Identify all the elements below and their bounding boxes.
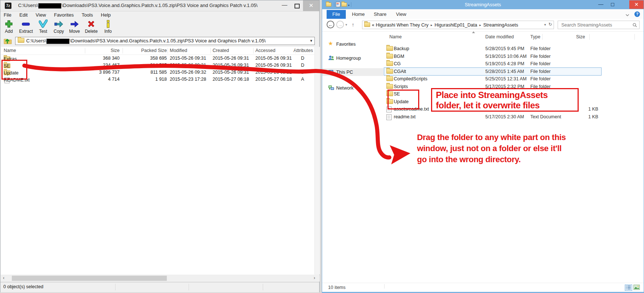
cell-type: File folder [530,69,551,74]
info-button[interactable]: Info [101,20,115,34]
test-button[interactable]: Test [36,20,50,34]
menu-edit[interactable]: Edit [16,11,31,18]
help-icon[interactable]: ? [634,11,640,17]
search-icon[interactable] [633,23,637,27]
scroll-right-icon[interactable]: › [314,275,315,280]
cell-type: Text Document [530,114,561,119]
breadcrumb-item[interactable]: StreamingAssets [483,22,518,28]
header-size[interactable]: Size [576,34,585,39]
table-row[interactable]: BGM 5/19/2015 10:06 AM File folder [384,53,641,60]
table-row[interactable]: CG 5/19/2015 4:28 PM File folder [384,60,641,68]
scrollbar-thumb[interactable] [12,276,167,281]
refresh-icon[interactable]: ↻ [548,22,552,27]
tab-share[interactable]: Share [370,10,390,19]
address-bar[interactable]: C:\Users\\Downloads\PS3.Voice.and.Graphi… [15,37,315,45]
copy-button[interactable]: Copy [52,20,66,34]
forward-button[interactable]: → [336,21,344,28]
folder-icon [364,22,370,27]
header-attributes[interactable]: Attributes [281,48,313,53]
up-folder-button[interactable] [3,37,13,45]
cell-name: Scripts [394,84,408,89]
breadcrumb[interactable]: « Higurashi When They Cry▸HigurashiEp01_… [362,21,554,29]
cell-date: 5/17/2015 2:30 AM [485,114,524,119]
table-row[interactable]: SE 234 467 214 565 2015-05-26 09:31 2015… [1,62,314,69]
menu-file[interactable]: File [0,11,15,18]
menu-tools[interactable]: Tools [78,11,96,18]
header-name[interactable]: Name [389,34,402,39]
cell-modified: 2015-05-26 09:31 [170,63,206,68]
table-row[interactable]: Scripts 5/17/2015 2:32 PM File folder [384,83,641,91]
table-row[interactable]: README.txt 4 714 1 918 2015-05-23 17:28 … [1,76,314,83]
sevenzip-titlebar[interactable]: 7z C:\Users\\Downloads\PS3.Voice.and.Gra… [0,0,319,11]
cell-name: assetsreadme.txt [394,107,429,112]
cell-attributes: D [292,70,313,75]
table-row-selected[interactable]: CGAlt 5/28/2015 1:45 AM File folder [384,68,601,76]
vertical-scrollbar[interactable] [314,47,320,275]
close-button[interactable]: ✕ [629,0,644,9]
close-button[interactable]: ✕ [303,0,319,11]
minimize-button[interactable]: — [279,0,290,11]
sidebar-item-network[interactable]: Network [322,84,383,92]
chevron-down-icon[interactable]: ▾ [310,38,312,43]
breadcrumb-separator-icon: ▸ [431,23,433,27]
table-row[interactable]: CompiledScripts 5/25/2015 12:31 AM File … [384,75,641,83]
tab-home[interactable]: Home [349,10,368,19]
table-row[interactable]: SE [384,90,641,98]
cell-date: 5/25/2015 12:31 AM [485,76,527,81]
sidebar-item-homegroup[interactable]: Homegroup [322,54,383,62]
back-button[interactable]: ← [327,21,334,28]
horizontal-scrollbar[interactable]: ‹ › [1,275,320,282]
details-view-button[interactable] [625,285,632,291]
address-dropdown-icon[interactable]: ▾ [544,23,546,27]
table-row[interactable]: Update [384,98,641,106]
header-date-modified[interactable]: Date modified [485,34,514,39]
delete-button[interactable]: Delete [83,20,99,34]
table-row[interactable]: Extras 368 340 358 695 2015-05-26 09:31 … [1,55,314,62]
tab-view[interactable]: View [392,10,410,19]
search-box[interactable] [558,21,640,29]
header-created[interactable]: Created [213,48,229,53]
folder-icon [386,61,393,66]
table-row[interactable]: assetsreadme.txt Text Document 1 KB [384,105,641,113]
breadcrumb-item[interactable]: Higurashi When They Cry [376,22,428,28]
tab-file[interactable]: File [327,10,346,19]
header-accessed[interactable]: Accessed [255,48,275,53]
up-button[interactable]: ↑ [352,22,354,28]
header-packed-size[interactable]: Packed Size [126,48,167,53]
minimize-button[interactable]: — [595,0,606,9]
table-row[interactable]: Update 3 896 737 811 585 2015-05-26 09:3… [1,69,314,76]
move-button[interactable]: Move [68,20,82,34]
table-row[interactable]: Backup 5/28/2015 9:45 PM File folder [384,45,641,53]
cell-modified: 2015-05-26 09:32 [170,70,206,75]
sidebar-item-this-pc[interactable]: This PC [322,68,383,76]
folder-icon [386,84,393,89]
search-input[interactable] [561,22,632,28]
scroll-left-icon[interactable]: ‹ [3,275,4,280]
menu-help[interactable]: Help [97,11,114,18]
thumbnail-view-button[interactable] [633,285,641,291]
cell-size: 368 340 [86,56,120,61]
info-icon [104,20,113,28]
breadcrumb-item[interactable]: HigurashiEp01_Data [435,22,477,28]
folder-icon [386,91,393,96]
cell-size: 234 467 [86,63,120,68]
header-modified[interactable]: Modified [170,48,187,53]
menu-favorites[interactable]: Favorites [51,11,77,18]
header-name[interactable]: Name [4,48,16,53]
add-button[interactable]: Add [2,20,16,34]
breadcrumb-overflow[interactable]: « [372,22,375,28]
menu-view[interactable]: View [32,11,49,18]
extract-button[interactable]: Extract [17,20,34,34]
header-size[interactable]: Size [86,48,120,53]
cell-attributes: A [292,77,313,82]
table-row[interactable]: readme.txt 5/17/2015 2:30 AM Text Docume… [384,113,641,121]
maximize-button[interactable] [291,0,302,11]
expand-ribbon-icon[interactable] [626,12,629,18]
explorer-titlebar[interactable]: ▾ StreamingAssets — ◻ ✕ [322,0,644,9]
cell-packed-size: 811 585 [126,70,167,75]
maximize-button[interactable]: ◻ [607,0,618,9]
header-type[interactable]: Type [530,34,540,39]
recent-pages-icon[interactable]: ▾ [345,23,347,27]
redacted-username [47,39,69,44]
sidebar-item-favorites[interactable]: ★ Favorites [322,40,383,48]
